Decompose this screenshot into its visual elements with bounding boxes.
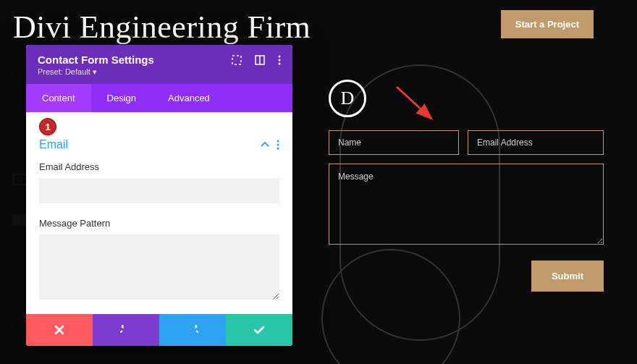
email-address-field[interactable] — [468, 130, 604, 155]
panel-tabs: Content Design Advanced — [26, 84, 292, 112]
contact-form: Submit — [329, 130, 604, 292]
annotation-arrow — [389, 81, 447, 132]
cancel-button[interactable] — [26, 314, 93, 346]
svg-point-10 — [277, 144, 279, 146]
panel-body: 1 Email Email Address Message Pattern — [26, 112, 292, 314]
svg-point-9 — [277, 140, 279, 143]
page-title: Divi Engineering Firm — [13, 9, 311, 46]
expand-icon[interactable] — [232, 55, 242, 65]
email-address-input[interactable] — [39, 178, 279, 203]
redo-button[interactable] — [159, 314, 226, 346]
undo-button[interactable] — [93, 314, 159, 346]
panel-header[interactable]: Contact Form Settings Preset: Default ▾ — [26, 45, 292, 84]
preset-selector[interactable]: Preset: Default ▾ — [38, 67, 281, 77]
settings-panel: Contact Form Settings Preset: Default ▾ … — [26, 45, 292, 346]
collapse-icon[interactable] — [261, 142, 269, 148]
panel-footer — [26, 314, 292, 346]
section-more-icon[interactable] — [277, 140, 279, 150]
message-pattern-input[interactable] — [39, 234, 279, 300]
email-address-label: Email Address — [39, 161, 279, 172]
divi-logo-letter: D — [341, 88, 355, 109]
envelope-icon — [13, 214, 28, 226]
message-pattern-label: Message Pattern — [39, 218, 279, 229]
tab-advanced[interactable]: Advanced — [152, 84, 226, 112]
svg-rect-3 — [232, 56, 241, 64]
save-button[interactable] — [226, 314, 292, 346]
left-sidebar-icons — [13, 174, 28, 226]
tab-content[interactable]: Content — [26, 84, 91, 112]
svg-point-7 — [279, 59, 281, 61]
panel-title: Contact Form Settings — [38, 54, 154, 66]
section-title[interactable]: Email — [39, 138, 68, 151]
svg-point-8 — [279, 62, 281, 64]
svg-point-11 — [277, 148, 279, 150]
layout-icon[interactable] — [255, 55, 265, 65]
tab-design[interactable]: Design — [91, 84, 152, 112]
more-icon[interactable] — [278, 55, 281, 65]
submit-button[interactable]: Submit — [531, 261, 604, 292]
start-project-button[interactable]: Start a Project — [501, 10, 594, 38]
square-icon — [13, 174, 28, 185]
svg-point-6 — [279, 55, 281, 57]
divi-logo: D — [329, 80, 366, 117]
message-field[interactable] — [329, 164, 604, 245]
name-field[interactable] — [329, 130, 459, 155]
annotation-badge: 1 — [39, 118, 56, 135]
svg-line-2 — [397, 87, 431, 119]
